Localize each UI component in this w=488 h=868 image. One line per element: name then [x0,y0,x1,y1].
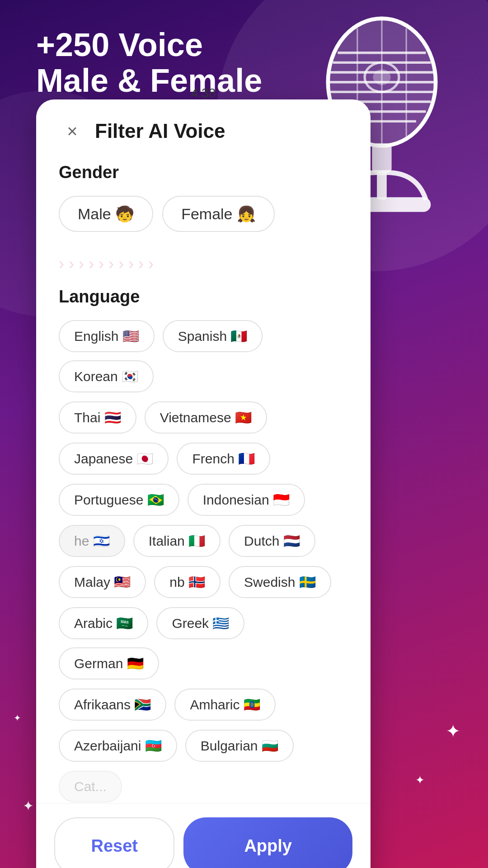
svg-rect-17 [377,170,387,200]
star-decoration-4: ✦ [23,798,34,814]
gender-male-button[interactable]: Male 🧒 [59,196,153,232]
language-greek[interactable]: Greek 🇬🇷 [156,607,244,639]
language-row-8: Afrikaans 🇿🇦 Amharic 🇪🇹 [59,689,348,721]
star-decoration-1: ✦ [446,721,461,741]
language-norwegian[interactable]: nb 🇳🇴 [154,566,221,598]
language-thai[interactable]: Thai 🇹🇭 [59,401,136,434]
language-row-1: English 🇺🇸 Spanish 🇲🇽 Korean 🇰🇷 [59,320,348,392]
language-dutch[interactable]: Dutch 🇳🇱 [229,525,315,557]
language-row-6: Malay 🇲🇾 nb 🇳🇴 Swedish 🇸🇪 [59,566,348,598]
language-swedish[interactable]: Swedish 🇸🇪 [229,566,331,598]
language-row-10-partial: Cat... [59,771,348,802]
language-afrikaans[interactable]: Afrikaans 🇿🇦 [59,689,166,721]
language-section: Language English 🇺🇸 Spanish 🇲🇽 Korean 🇰🇷… [59,287,348,802]
language-korean[interactable]: Korean 🇰🇷 [59,360,154,392]
language-indonesian[interactable]: Indonesian 🇮🇩 [188,484,305,516]
language-spanish[interactable]: Spanish 🇲🇽 [163,320,263,352]
modal-header: × Filter AI Voice [59,118,348,145]
language-azerbaijani[interactable]: Azerbaijani 🇦🇿 [59,730,177,762]
language-malay[interactable]: Malay 🇲🇾 [59,566,146,598]
language-italian[interactable]: Italian 🇮🇹 [133,525,221,557]
modal-title: Filter AI Voice [95,120,225,142]
svg-rect-15 [372,143,391,173]
language-english[interactable]: English 🇺🇸 [59,320,155,352]
gender-section-label: Gender [59,163,348,182]
star-decoration-3: ✦ [14,712,21,723]
language-row-9: Azerbaijani 🇦🇿 Bulgarian 🇧🇬 [59,730,348,762]
language-hebrew[interactable]: he 🇮🇱 [59,525,125,557]
language-row-4: Portuguese 🇧🇷 Indonesian 🇮🇩 [59,484,348,516]
star-decoration-2: ✦ [415,774,425,787]
language-row-5: he 🇮🇱 Italian 🇮🇹 Dutch 🇳🇱 [59,525,348,557]
close-button[interactable]: × [59,118,86,145]
apply-button[interactable]: Apply [183,817,352,868]
language-amharic[interactable]: Amharic 🇪🇹 [174,689,275,721]
language-bulgarian[interactable]: Bulgarian 🇧🇬 [185,730,294,762]
svg-point-14 [373,70,391,85]
promo-text: +250 Voice Male & Female [36,27,262,99]
language-french[interactable]: French 🇫🇷 [177,443,270,475]
language-arabic[interactable]: Arabic 🇸🇦 [59,607,148,639]
bottom-action-bar: Reset Apply [36,803,371,868]
status-bar-time: 4:38 [191,86,216,100]
language-portuguese[interactable]: Portuguese 🇧🇷 [59,484,179,516]
decorative-arrows: › › › › › › › › › › [59,255,348,274]
language-row-3: Japanese 🇯🇵 French 🇫🇷 [59,443,348,475]
language-partial-chip[interactable]: Cat... [59,771,122,802]
gender-female-button[interactable]: Female 👧 [162,196,275,232]
filter-modal: 4:38 × Filter AI Voice Gender Male 🧒 Fem… [36,99,371,868]
gender-options: Male 🧒 Female 👧 [59,196,348,232]
language-row-2: Thai 🇹🇭 Vietnamese 🇻🇳 [59,401,348,434]
reset-button[interactable]: Reset [54,817,174,868]
language-row-7: Arabic 🇸🇦 Greek 🇬🇷 German 🇩🇪 [59,607,348,679]
language-japanese[interactable]: Japanese 🇯🇵 [59,443,169,475]
language-german[interactable]: German 🇩🇪 [59,647,159,679]
language-vietnamese[interactable]: Vietnamese 🇻🇳 [145,401,267,434]
language-section-label: Language [59,287,348,307]
